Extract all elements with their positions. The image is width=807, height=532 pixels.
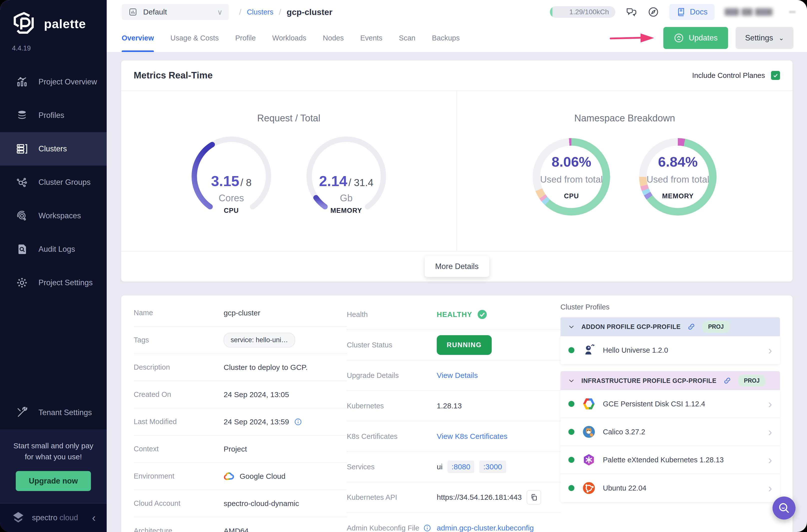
sidebar-item-workspaces[interactable]: Workspaces: [0, 199, 107, 232]
context-value: Project: [224, 445, 254, 453]
sidebar-bottom: Tenant Settings Start small and only pay…: [0, 396, 107, 532]
addon-profile-header[interactable]: ADDON PROFILE GCP-PROFILE PROJ: [560, 317, 780, 336]
detail-row-context: Context Project: [134, 436, 347, 463]
created-on-value: 24 Sep 2024, 13:05: [224, 391, 297, 399]
tab-nodes[interactable]: Nodes: [323, 24, 344, 52]
sidebar-item-cluster-groups[interactable]: Cluster Groups: [0, 166, 107, 199]
info-icon[interactable]: [294, 418, 302, 426]
profile-item-name: Hello Universe 1.2.0: [603, 346, 668, 355]
memory-gauge-label: MEMORY: [305, 207, 388, 214]
docs-label: Docs: [690, 7, 708, 17]
gce-persistent-disk-icon: [582, 397, 595, 410]
sidebar-item-audit-logs[interactable]: Audit Logs: [0, 232, 107, 266]
memory-total-value: / 31.4: [348, 177, 373, 188]
service-port-3000-link[interactable]: :3000: [479, 460, 506, 473]
chevron-right-icon: ›: [768, 398, 772, 410]
cluster-settings-button[interactable]: Settings ⌄: [735, 27, 793, 49]
sidebar-footer: spectro cloud ‹: [0, 503, 107, 532]
view-k8s-certificates-link[interactable]: View K8s Certificates: [437, 432, 507, 441]
check-icon: [772, 72, 778, 78]
copy-api-url-button[interactable]: [527, 490, 541, 505]
upgrade-now-button[interactable]: Upgrade now: [16, 471, 91, 491]
cpu-used-pct: 8.06%: [552, 154, 592, 170]
addon-profile-items: Hello Universe 1.2.0 ›: [560, 336, 780, 364]
cluster-tabs: Overview Usage & Costs Profile Workloads…: [107, 24, 807, 52]
details-middle-column: Health HEALTHY Cluster Status RUNNING Up…: [347, 300, 560, 532]
book-icon: [676, 7, 686, 17]
google-cloud-icon: [224, 472, 234, 480]
info-icon[interactable]: [423, 524, 431, 532]
chat-icon[interactable]: [625, 6, 637, 18]
sidebar-item-label: Project Overview: [38, 77, 97, 87]
project-selector-value: Default: [143, 8, 212, 16]
sidebar-item-label: Audit Logs: [38, 245, 75, 254]
project-selector[interactable]: Default ∨: [122, 4, 229, 20]
promo-text-line1: Start small and only pay: [7, 440, 100, 451]
last-modified-value: 24 Sep 2024, 13:59: [224, 418, 289, 426]
breadcrumb: / Clusters / gcp-cluster: [239, 7, 332, 17]
tab-workloads[interactable]: Workloads: [272, 24, 306, 52]
include-control-planes-checkbox[interactable]: [771, 71, 780, 80]
sidebar-collapse-button[interactable]: ‹: [92, 512, 96, 523]
view-details-link[interactable]: View Details: [437, 371, 478, 380]
tag-chip[interactable]: service: hello-uni…: [224, 333, 295, 347]
profile-item-ubuntu[interactable]: Ubuntu 22.04 ›: [560, 474, 780, 502]
search-icon: [777, 501, 790, 514]
content: Metrics Real-Time Include Control Planes…: [107, 52, 807, 532]
description-value: Cluster to deploy to GCP.: [224, 363, 315, 372]
memory-gauge-chart: 2.14 / 31.4 Gb MEMORY: [305, 135, 388, 217]
metrics-card: Metrics Real-Time Include Control Planes…: [121, 60, 792, 282]
tab-overview[interactable]: Overview: [122, 24, 154, 52]
audit-logs-icon: [16, 243, 28, 255]
sidebar-item-tenant-settings[interactable]: Tenant Settings: [0, 396, 107, 429]
sidebar-item-profiles[interactable]: Profiles: [0, 99, 107, 132]
profiles-icon: [16, 109, 28, 121]
profile-item-palette-extended-kubernetes[interactable]: Palette eXtended Kubernetes 1.28.13 ›: [560, 446, 780, 474]
cpu-unit: Cores: [190, 193, 273, 204]
service-port-8080-link[interactable]: :8080: [448, 460, 474, 473]
profile-item-calico[interactable]: Calico 3.27.2 ›: [560, 418, 780, 446]
app-window: palette 4.4.19 Project Overview Profiles: [0, 0, 807, 532]
admin-kubeconfig-link[interactable]: admin.gcp-cluster.kubeconfig: [437, 524, 534, 532]
detail-row-cloud-account: Cloud Account spectro-cloud-dynamic: [134, 490, 347, 517]
sidebar-item-label: Workspaces: [38, 211, 81, 220]
sidebar-item-label: Clusters: [38, 144, 67, 153]
promo-text-line2: for what you use!: [7, 451, 100, 462]
tab-profile[interactable]: Profile: [235, 24, 256, 52]
tab-scan[interactable]: Scan: [399, 24, 415, 52]
sidebar-item-project-overview[interactable]: Project Overview: [0, 65, 107, 99]
tab-backups[interactable]: Backups: [432, 24, 460, 52]
proj-badge: PROJ: [702, 321, 730, 333]
more-details-button[interactable]: More Details: [425, 256, 489, 277]
project-overview-icon: [16, 76, 28, 88]
cpu-total-value: / 8: [240, 177, 251, 188]
breadcrumb-clusters-link[interactable]: Clusters: [247, 8, 273, 16]
compass-icon[interactable]: [648, 6, 659, 18]
cpu-namespace-donut-chart: 8.06% Used from total CPU: [533, 138, 610, 215]
brand-name: palette: [44, 17, 86, 31]
namespace-breakdown-panel: Namespace Breakdown 8.06% Used from tota…: [457, 91, 793, 251]
cloud-account-value: spectro-cloud-dynamic: [224, 499, 306, 508]
proj-badge: PROJ: [738, 375, 766, 387]
search-beacon-button[interactable]: [772, 496, 795, 519]
user-name-redacted[interactable]: [725, 8, 772, 16]
architecture-value: AMD64: [224, 527, 256, 532]
user-menu-indicator[interactable]: [789, 11, 795, 13]
chevron-down-icon: ∨: [217, 8, 223, 17]
breadcrumb-separator: /: [239, 7, 241, 17]
link-icon: [723, 376, 732, 385]
main-area: Default ∨ / Clusters / gcp-cluster 1.29/…: [107, 0, 807, 532]
cluster-profiles-panel: Cluster Profiles ADDON PROFILE GCP-PROFI…: [560, 300, 780, 509]
sidebar-item-clusters[interactable]: Clusters: [0, 132, 107, 166]
tab-usage-costs[interactable]: Usage & Costs: [170, 24, 219, 52]
cpu-gauge-chart: 3.15 / 8 Cores CPU: [190, 135, 273, 217]
profile-item-hello-universe[interactable]: Hello Universe 1.2.0 ›: [560, 336, 780, 364]
infrastructure-profile-header[interactable]: INFRASTRUCTURE PROFILE GCP-PROFILE PROJ: [560, 371, 780, 390]
updates-button[interactable]: Updates: [663, 27, 728, 49]
tab-events[interactable]: Events: [360, 24, 382, 52]
docs-button[interactable]: Docs: [669, 4, 715, 20]
sidebar-item-project-settings[interactable]: Project Settings: [0, 266, 107, 300]
memory-donut-label: MEMORY: [662, 192, 694, 200]
profile-item-gce-disk-csi[interactable]: GCE Persistent Disk CSI 1.12.4 ›: [560, 390, 780, 418]
breadcrumb-current: gcp-cluster: [286, 7, 332, 17]
